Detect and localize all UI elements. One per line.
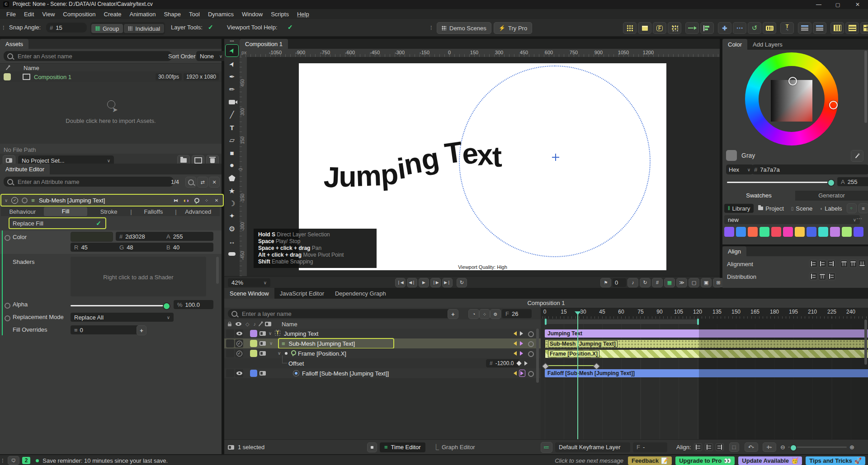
keyframe-layer-dropdown[interactable]: Default Keyframe Layer [555,442,630,452]
layer-list-scrollbar[interactable] [536,329,539,383]
rectangle-tool[interactable]: ■ [224,146,240,159]
audio-column-icon[interactable]: ♪ [253,321,256,327]
kf-align-left-icon[interactable] [694,443,702,451]
skip-to-start-button[interactable]: ❘◀ [395,278,406,287]
in-marker-icon[interactable] [514,341,517,346]
sv-selector-handle[interactable] [788,77,797,85]
current-color-swatch[interactable] [726,150,737,161]
assets-import-dropzone[interactable]: ➤ Double click here to import Assets. [0,82,222,144]
extrude-icon[interactable] [638,22,651,34]
width-tool[interactable]: ↔ [224,235,240,248]
enabled-check-icon[interactable]: ✓ [236,341,242,347]
attribute-search-input[interactable] [17,178,170,186]
clip-column-icon[interactable] [265,322,271,326]
tab-advanced[interactable]: Advanced [177,208,220,215]
color-alpha-slider-knob[interactable] [827,179,835,187]
update-available-button[interactable]: Update Available🥳 [738,456,802,465]
demo-scenes-button[interactable]: Demo Scenes [437,22,491,34]
alpha-255-field[interactable]: A255 [163,232,213,241]
color-swatch[interactable] [818,227,828,237]
visibility-column-icon[interactable] [236,322,241,326]
rotation-icon[interactable]: ↻ [640,278,651,287]
shaders-dropzone[interactable]: Right click to add a Shader [71,257,206,296]
keyframe-span-line[interactable] [547,365,596,366]
track-bar-jumping-text[interactable]: Jumping Text [545,329,868,338]
hue-selector-handle[interactable] [829,101,838,109]
layer-row-frame-behaviour[interactable]: ✓ ∨ Frame [Position.X] [224,348,541,358]
color-wheel[interactable] [745,52,838,146]
individual-mode-button[interactable]: Individual [124,24,164,33]
keyframe-circle-icon[interactable] [5,303,10,309]
tab-behaviour[interactable]: Behaviour [1,208,44,215]
align-bottom-icon[interactable] [859,260,866,268]
zoom-slider-knob[interactable] [790,444,797,451]
time-offset-icon[interactable] [798,22,811,34]
distribute-h-icon[interactable] [809,272,817,280]
pencil-tool[interactable]: ✏ [224,83,240,96]
layer-search-field[interactable] [228,309,451,318]
visibility-icon[interactable] [236,371,242,375]
timeline-ruler[interactable]: 0 15 30 45 60 75 90 105 120 135 150 165 … [541,308,868,319]
color-mode-dropdown[interactable]: Hex∨ [726,164,753,174]
kf-align-center-icon[interactable] [705,443,713,451]
color-hex-field[interactable]: #7a7a7a [750,164,868,174]
filmstrip-icon[interactable] [763,22,776,34]
dots-sequence-icon[interactable]: ⋯ [733,22,746,34]
alpha-slider-knob[interactable] [163,302,170,310]
frame-bounds-icon[interactable]: ▢ [689,278,699,287]
sparkle-tool[interactable]: ✦ [224,210,240,222]
grid-snap-icon[interactable]: # [652,278,663,287]
menu-composition[interactable]: Composition [59,11,99,18]
tips-and-tricks-button[interactable]: Tips and Tricks🚀 [806,456,865,465]
layer-color-swatch[interactable] [250,330,257,337]
pin-list-icon[interactable]: ⇄ [197,177,208,188]
align-right-icon[interactable] [827,260,835,268]
asset-color-swatch[interactable] [4,73,11,80]
node-graph-icon[interactable]: ⧓ [171,196,181,205]
keyframe-circle-icon[interactable] [528,351,534,357]
color-swatch[interactable] [842,227,852,237]
onion-skin-icon[interactable]: ◔ [468,309,479,319]
layers-overlay-icon[interactable]: ▦ [664,278,675,287]
generator-tab[interactable]: Generator [795,191,868,201]
timeline-comp-bar[interactable]: Composition 1 [224,299,868,308]
distribute-spacing-icon[interactable] [827,272,835,280]
layer-name[interactable]: Jumping Text [284,330,318,337]
align-top-icon[interactable] [840,260,848,268]
color-swatch[interactable] [830,227,840,237]
menu-help[interactable]: Help [293,11,313,18]
box-select-icon[interactable]: ⬚ [729,442,739,452]
ease-curve-icon[interactable]: ↶▸ [745,442,758,452]
expand-chevron-icon[interactable]: ∨ [269,331,272,336]
color-alpha-field[interactable]: A255 [837,177,868,186]
lock-column-icon[interactable] [228,324,231,326]
polygon-tool[interactable] [224,172,240,184]
eyedropper-icon[interactable] [851,150,863,162]
keyframe-circle-icon[interactable] [528,341,534,347]
layer-settings-icon[interactable]: ⚙ [490,309,501,319]
layer-row-jumping-text[interactable]: ∨ T Jumping Text [224,329,541,338]
forge-icon[interactable]: F [653,22,666,34]
flag-icon[interactable]: ⚑ [600,278,611,287]
red-field[interactable]: R45 [71,243,119,252]
color-swatch[interactable] [807,227,816,237]
attribute-editor-tab[interactable]: Attribute Editor [0,164,50,174]
timeline-zoom-slider[interactable] [788,446,847,448]
text-tool[interactable]: T [224,121,240,134]
step-forward-button[interactable]: ❘▶ [430,278,441,287]
work-area-bar[interactable] [545,319,699,324]
clip-icon[interactable] [259,351,266,356]
canvas-text-jumping-text[interactable]: Jumping Text [324,160,501,194]
attribute-row-offset[interactable]: Offset #-1200.0 [224,358,541,368]
move-icon[interactable]: ⁘ [202,196,212,205]
color-swatch[interactable] [854,227,863,237]
tab-fill[interactable]: Fill [44,207,87,216]
collapse-chevron-icon[interactable]: ∨ [5,198,8,203]
next-keyframe-icon[interactable] [524,361,528,366]
pivot-gizmo-icon[interactable] [555,154,556,161]
pen-tool[interactable]: ✒ [224,70,240,83]
grid-layout-icon[interactable] [860,22,868,34]
color-tab[interactable]: Color [722,39,747,50]
loop-mode-button[interactable]: ↻ [457,278,467,287]
visibility-icon[interactable] [236,332,242,335]
